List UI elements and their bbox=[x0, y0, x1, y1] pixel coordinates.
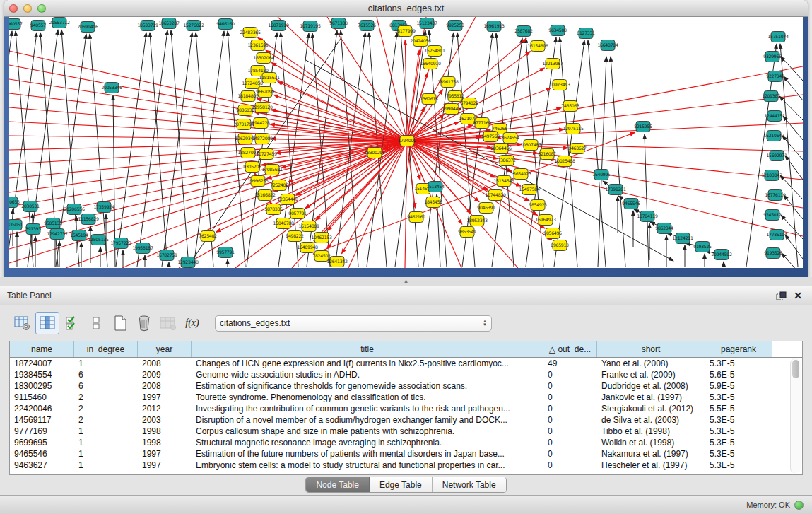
table-vertical-scrollbar[interactable] bbox=[790, 358, 801, 473]
table-cell[interactable]: 1998 bbox=[138, 438, 192, 448]
split-pane-divider[interactable]: ▴ bbox=[0, 277, 812, 286]
table-cell[interactable]: 5.3E-5 bbox=[705, 358, 772, 368]
table-row[interactable]: 2242004622012Investigating the contribut… bbox=[10, 403, 802, 414]
column-header-2[interactable]: year bbox=[138, 341, 192, 357]
citation-edge-black[interactable] bbox=[588, 40, 606, 267]
table-cell[interactable]: 0 bbox=[543, 460, 597, 470]
graph-node-yellow[interactable]: 9463627 bbox=[568, 144, 587, 154]
table-cell[interactable]: 1997 bbox=[138, 460, 192, 470]
graph-node-yellow[interactable]: 9462160 bbox=[407, 212, 425, 223]
column-header-4[interactable]: △ out_de... bbox=[543, 341, 597, 357]
graph-node-yellow[interactable]: 6216087 bbox=[538, 149, 556, 160]
graph-node-teal[interactable]: 7615526 bbox=[358, 21, 376, 31]
graph-node-teal[interactable]: 16071919 bbox=[268, 21, 288, 31]
table-cell[interactable]: 14569117 bbox=[10, 415, 74, 425]
table-cell[interactable]: 5.3E-5 bbox=[705, 415, 772, 425]
table-cell[interactable]: 2 bbox=[74, 392, 138, 402]
graph-node-teal[interactable]: 10653287 bbox=[158, 18, 179, 29]
graph-node-yellow[interactable]: 1845456 bbox=[424, 197, 442, 208]
graph-node-teal[interactable]: 15692971 bbox=[766, 151, 787, 161]
graph-node-yellow[interactable]: 10462153 bbox=[311, 233, 331, 243]
table-row[interactable]: 1830029562008Estimation of significance … bbox=[10, 380, 802, 392]
citation-edge-black[interactable] bbox=[171, 30, 189, 267]
graph-node-yellow[interactable]: 9056496 bbox=[543, 228, 562, 239]
graph-node-yellow[interactable]: 9498222 bbox=[286, 231, 304, 242]
graph-node-yellow[interactable]: 18302064 bbox=[253, 53, 273, 64]
citation-edge-red[interactable] bbox=[405, 141, 407, 268]
graph-node-yellow[interactable]: 8965913 bbox=[551, 240, 569, 251]
graph-node-teal[interactable]: 15123437 bbox=[416, 18, 437, 29]
graph-node-yellow[interactable]: 10744820 bbox=[485, 190, 505, 201]
graph-node-teal[interactable]: 2030531 bbox=[21, 201, 40, 212]
table-cell[interactable]: 18300295 bbox=[10, 381, 74, 391]
graph-node-teal[interactable]: 16648784 bbox=[597, 40, 618, 51]
graph-node-yellow[interactable]: 9057791 bbox=[288, 209, 307, 219]
graph-node-teal[interactable]: 16776119 bbox=[765, 190, 785, 201]
citation-network-graph[interactable]: 2060557940557205537122069140618533719106… bbox=[9, 17, 803, 268]
citation-edge-red[interactable] bbox=[261, 87, 407, 141]
graph-node-teal[interactable]: 16961913 bbox=[483, 21, 504, 32]
graph-node-teal[interactable]: 12124211 bbox=[672, 233, 693, 244]
graph-node-teal[interactable]: 17735104 bbox=[766, 230, 787, 240]
table-row[interactable]: 1938455462009Genome-wide association stu… bbox=[10, 369, 802, 380]
graph-node-teal[interactable]: 9227349 bbox=[766, 71, 784, 82]
graph-node-yellow[interactable]: 16964923 bbox=[535, 215, 555, 226]
graph-node-yellow[interactable]: 18177999 bbox=[394, 26, 415, 37]
graph-node-teal[interactable]: 1640995 bbox=[592, 170, 611, 180]
citation-edge-black[interactable] bbox=[598, 57, 606, 267]
table-row[interactable]: 969969511998Structural magnetic resonanc… bbox=[10, 437, 802, 448]
table-cell[interactable]: 2 bbox=[74, 415, 138, 425]
table-cell[interactable]: 49 bbox=[543, 358, 597, 368]
graph-node-teal[interactable]: 9245012 bbox=[763, 210, 782, 221]
table-cell[interactable]: 0 bbox=[543, 381, 597, 391]
table-cell[interactable]: Stergiakouli et al. (2012) bbox=[597, 404, 705, 414]
graph-node-yellow[interactable]: 10807487 bbox=[520, 140, 541, 151]
window-title-bar[interactable]: citations_edges.txt bbox=[4, 0, 808, 17]
graph-node-teal[interactable]: 9193525 bbox=[693, 242, 712, 252]
table-row[interactable]: 911546021997Tourette syndrome. Phenomeno… bbox=[10, 392, 802, 403]
table-cell[interactable]: 2008 bbox=[138, 358, 192, 368]
tab-network-table[interactable]: Network Table bbox=[433, 477, 506, 492]
graph-node-teal[interactable]: 20553712 bbox=[49, 18, 69, 28]
table-cell[interactable]: 1 bbox=[74, 426, 138, 436]
citation-edge-black[interactable] bbox=[782, 253, 803, 268]
graph-node-teal[interactable]: 8215955 bbox=[634, 122, 652, 132]
citation-edge-red[interactable] bbox=[314, 141, 407, 240]
graph-node-yellow[interactable]: 16154809 bbox=[298, 221, 319, 232]
network-canvas[interactable]: 2060557940557205537122069140618533719106… bbox=[9, 17, 803, 268]
graph-node-teal[interactable]: 16210643 bbox=[763, 131, 784, 141]
graph-node-teal[interactable]: 1513454 bbox=[426, 182, 445, 192]
graph-node-teal[interactable]: 9671388 bbox=[329, 18, 348, 29]
table-cell[interactable]: 1997 bbox=[138, 392, 192, 402]
graph-node-yellow[interactable]: 12213967 bbox=[542, 59, 563, 69]
table-cell[interactable]: de Silva et al. (2003) bbox=[597, 415, 705, 425]
graph-node-teal[interactable]: 11156829 bbox=[78, 214, 98, 225]
column-header-6[interactable]: pagerank bbox=[705, 341, 772, 357]
table-cell[interactable]: 18724007 bbox=[10, 358, 74, 368]
graph-node-teal[interactable]: 19958187 bbox=[132, 243, 153, 254]
graph-node-teal[interactable]: 940557 bbox=[30, 21, 46, 31]
graph-node-teal[interactable]: 9465546 bbox=[622, 199, 640, 209]
citation-edge-black[interactable] bbox=[783, 116, 803, 140]
citation-edge-black[interactable] bbox=[341, 30, 358, 267]
graph-node-yellow[interactable]: 12975115 bbox=[563, 124, 583, 134]
graph-node-teal[interactable]: 15751074 bbox=[767, 32, 788, 42]
table-cell[interactable]: 9465546 bbox=[10, 449, 74, 459]
graph-node-teal[interactable]: 10719195 bbox=[300, 21, 320, 32]
graph-node-teal[interactable]: 9925253 bbox=[446, 21, 464, 31]
graph-node-yellow[interactable]: 9777169 bbox=[473, 118, 491, 129]
graph-node-yellow[interactable]: 15166822 bbox=[254, 190, 275, 201]
graph-node-yellow[interactable]: 7955812 bbox=[446, 91, 464, 102]
table-cell[interactable]: 2008 bbox=[138, 381, 192, 391]
delete-rows-button[interactable] bbox=[133, 313, 155, 334]
graph-node-teal[interactable]: 18784119 bbox=[637, 211, 657, 222]
table-cell[interactable]: 0 bbox=[543, 370, 597, 380]
graph-node-teal[interactable]: 20944502 bbox=[711, 250, 731, 260]
table-cell[interactable]: Genome-wide association studies in ADHD. bbox=[192, 370, 543, 380]
graph-node-yellow[interactable]: 8944228 bbox=[252, 118, 270, 129]
table-cell[interactable]: 2012 bbox=[138, 404, 192, 414]
table-cell[interactable]: 2009 bbox=[138, 370, 192, 380]
table-cell[interactable]: 0 bbox=[543, 438, 597, 448]
table-cell[interactable]: 5.3E-5 bbox=[705, 449, 772, 459]
node-table[interactable]: namein_degreeyeartitle△ out_de...shortpa… bbox=[9, 341, 803, 475]
